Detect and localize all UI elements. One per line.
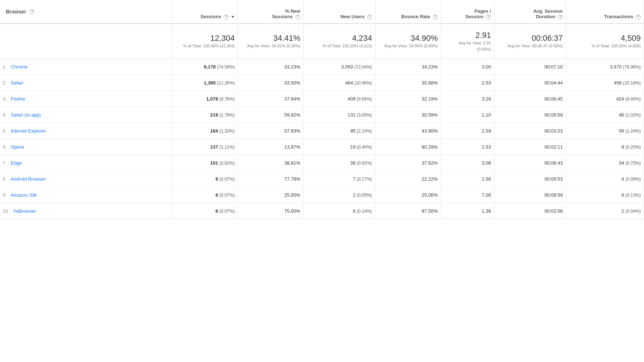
pages-session-cell: 2.53 — [441, 75, 494, 91]
browser-cell: 5. Internet Explorer — [0, 123, 172, 139]
totals-pages-session-main: 2.91 — [444, 31, 491, 40]
browser-link[interactable]: Firefox — [11, 96, 25, 102]
new-users-value: 2 — [353, 192, 356, 198]
browser-link[interactable]: Internet Explorer — [11, 128, 46, 134]
browser-cell: 2. Safari — [0, 75, 172, 91]
browser-header-label: Browser — [6, 9, 26, 15]
pct-new-sessions-cell: 59.82% — [238, 107, 303, 123]
new-users-value: 464 — [345, 80, 353, 86]
sessions-value: 137 — [210, 144, 218, 150]
pages-session-cell: 3.00 — [441, 59, 494, 75]
avg-session-cell: 00:02:08 — [494, 203, 566, 219]
sessions-pct: (0.07%) — [219, 177, 235, 182]
pages-session-help-icon[interactable]: ? — [486, 15, 491, 20]
transactions-help-icon[interactable]: ? — [636, 15, 641, 20]
avg-session-help-icon[interactable]: ? — [558, 15, 563, 20]
new-users-pct: (72.04%) — [354, 64, 372, 70]
avg-session-cell: 00:03:23 — [494, 123, 566, 139]
sessions-pct: (0.82%) — [219, 161, 235, 166]
bounce-rate-cell: 34.23% — [375, 59, 441, 75]
sessions-value: 1,385 — [204, 80, 216, 86]
transactions-cell: 34 (0.75%) — [566, 155, 644, 171]
browser-link[interactable]: YaBrowser — [13, 208, 36, 214]
avg-session-cell: 00:00:59 — [494, 107, 566, 123]
browser-help-icon[interactable]: ? — [30, 9, 35, 14]
browser-link[interactable]: Opera — [11, 144, 24, 150]
sessions-cell: 219 (1.78%) — [172, 107, 238, 123]
totals-avg-session-cell: 00:06:37 Avg for View: 00:06:37 (0.00%) — [494, 24, 566, 59]
bounce-rate-cell: 80.29% — [375, 139, 441, 155]
pct-new-sessions-cell: 75.00% — [238, 203, 303, 219]
browser-link[interactable]: Safari (in-app) — [11, 112, 41, 118]
new-users-pct: (10.96%) — [354, 80, 372, 86]
new-users-cell: 19 (0.45%) — [303, 139, 375, 155]
totals-sessions-cell: 12,304 % of Total: 100.00% (12,304) — [172, 24, 238, 59]
transactions-cell: 46 (1.02%) — [566, 107, 644, 123]
pct-new-sessions-cell: 33.50% — [238, 75, 303, 91]
transactions-value: 3,470 — [610, 64, 622, 70]
sessions-value: 9,178 — [204, 64, 216, 70]
pages-session-cell: 1.56 — [441, 171, 494, 187]
bounce-rate-label: Bounce Rate — [401, 14, 430, 19]
sessions-pct: (11.26%) — [217, 80, 235, 86]
totals-avg-session-sub: Avg for View: 00:06:37 (0.00%) — [497, 43, 563, 49]
pct-new-sessions-help-icon[interactable]: ? — [295, 15, 301, 20]
sessions-cell: 1,385 (11.26%) — [172, 75, 238, 91]
browser-link[interactable]: Edge — [11, 160, 22, 166]
totals-pages-session-sub: Avg for View: 2.91 (0.00%) — [444, 40, 491, 52]
table-row: 9. Amazon Silk 8 (0.07%)25.00%2 (0.05%)2… — [0, 187, 644, 203]
new-users-cell: 3,050 (72.04%) — [303, 59, 375, 75]
table-row: 4. Safari (in-app) 219 (1.78%)59.82%131 … — [0, 107, 644, 123]
browser-cell: 4. Safari (in-app) — [0, 107, 172, 123]
browser-link[interactable]: Safari — [11, 80, 23, 86]
bounce-rate-help-icon[interactable]: ? — [433, 15, 438, 20]
bounce-rate-cell: 25.00% — [375, 187, 441, 203]
sessions-sort-icon[interactable]: ▼ — [231, 15, 235, 19]
sessions-pct: (1.33%) — [219, 129, 235, 134]
browser-analytics-table: Browser ? Sessions ? ▼ % NewSessions ? N… — [0, 0, 644, 219]
totals-transactions-cell: 4,509 % of Total: 100.00% (4,509) — [566, 24, 644, 59]
browser-cell: 7. Edge — [0, 155, 172, 171]
pages-session-cell: 1.38 — [441, 203, 494, 219]
totals-pct-new-sessions-main: 34.41% — [241, 34, 300, 43]
pct-new-sessions-cell: 77.78% — [238, 171, 303, 187]
transactions-value: 4 — [621, 176, 624, 182]
totals-bounce-rate-sub: Avg for View: 34.90% (0.00%) — [378, 43, 438, 49]
browser-link[interactable]: Chrome — [11, 64, 28, 70]
transactions-value: 458 — [614, 80, 622, 86]
table-row: 5. Internet Explorer 164 (1.33%)57.93%95… — [0, 123, 644, 139]
totals-row: 12,304 % of Total: 100.00% (12,304) 34.4… — [0, 24, 644, 59]
transactions-value: 6 — [621, 192, 624, 198]
browser-link[interactable]: Android Browser — [11, 176, 46, 182]
transactions-value: 424 — [616, 96, 624, 102]
transactions-value: 34 — [619, 160, 624, 166]
new-users-value: 409 — [347, 96, 356, 102]
browser-header: Browser ? — [0, 0, 172, 24]
table-row: 7. Edge 101 (0.82%)38.61%39 (0.92%)37.62… — [0, 155, 644, 171]
pages-session-cell: 1.10 — [441, 107, 494, 123]
browser-cell: 8. Android Browser — [0, 171, 172, 187]
transactions-cell: 4 (0.09%) — [566, 171, 644, 187]
new-users-pct: (0.92%) — [357, 161, 372, 166]
new-users-help-icon[interactable]: ? — [367, 15, 372, 20]
transactions-cell: 2 (0.04%) — [566, 203, 644, 219]
transactions-pct: (1.02%) — [625, 113, 641, 118]
new-users-cell: 2 (0.05%) — [303, 187, 375, 203]
transactions-cell: 458 (10.16%) — [566, 75, 644, 91]
transactions-label: Transactions — [604, 14, 633, 19]
transactions-pct: (0.09%) — [625, 177, 641, 182]
transactions-cell: 424 (9.40%) — [566, 91, 644, 107]
new-users-pct: (0.45%) — [357, 145, 372, 150]
sessions-help-icon[interactable]: ? — [224, 15, 229, 20]
row-number: 8. — [3, 177, 7, 182]
sessions-pct: (74.59%) — [217, 64, 235, 70]
new-users-cell: 409 (9.66%) — [303, 91, 375, 107]
new-users-pct: (0.05%) — [357, 193, 372, 198]
browser-link[interactable]: Amazon Silk — [11, 192, 37, 198]
transactions-cell: 6 (0.13%) — [566, 187, 644, 203]
row-number: 6. — [3, 145, 7, 150]
pages-session-cell: 3.28 — [441, 91, 494, 107]
totals-browser-cell — [0, 24, 172, 59]
new-users-cell: 95 (2.24%) — [303, 123, 375, 139]
totals-bounce-rate-main: 34.90% — [378, 34, 438, 43]
